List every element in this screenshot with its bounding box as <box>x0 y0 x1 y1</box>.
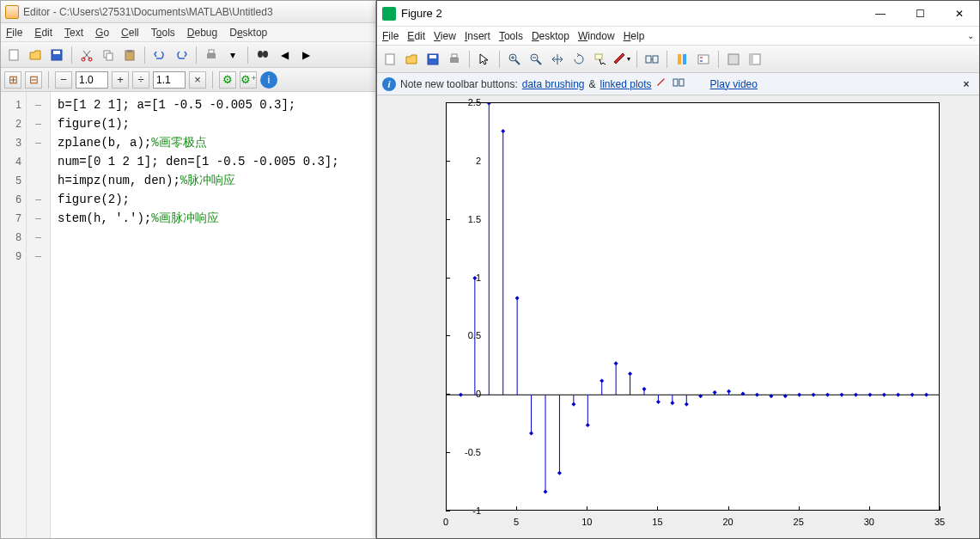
svg-rect-8 <box>127 50 132 52</box>
menu-chevron-icon[interactable]: ⌄ <box>967 31 974 40</box>
save-button[interactable] <box>47 46 66 64</box>
cell-indent-minus-button[interactable]: ⊟ <box>25 71 42 89</box>
datacursor-button[interactable] <box>591 50 610 69</box>
minus-button[interactable]: − <box>55 71 72 89</box>
hide-tools-button[interactable] <box>724 50 743 69</box>
colorbar-button[interactable] <box>673 50 691 69</box>
svg-line-19 <box>515 60 520 64</box>
play-video-link[interactable]: Play video <box>710 78 758 90</box>
stem-chart <box>447 103 939 510</box>
svg-point-11 <box>258 51 263 58</box>
figure-menubar: File Edit View Insert Tools Desktop Wind… <box>377 27 979 46</box>
cut-button[interactable] <box>77 46 96 64</box>
menu-go[interactable]: Go <box>95 27 109 39</box>
fig-new-button[interactable] <box>380 50 399 69</box>
maximize-button[interactable]: ☐ <box>900 1 940 27</box>
fig-open-button[interactable] <box>402 50 421 69</box>
svg-rect-10 <box>209 50 214 53</box>
editor-titlebar: Editor - C:\Users\27531\Documents\MATLAB… <box>1 1 375 23</box>
linked-plots-link[interactable]: linked plots <box>600 78 652 90</box>
svg-rect-36 <box>750 54 753 64</box>
svg-rect-29 <box>678 54 681 64</box>
figure-title: Figure 2 <box>401 7 861 20</box>
show-tools-button[interactable] <box>746 50 764 69</box>
data-brushing-link[interactable]: data brushing <box>522 78 585 90</box>
fig-menu-window[interactable]: Window <box>578 30 615 42</box>
pointer-button[interactable] <box>475 50 494 69</box>
plus-button[interactable]: + <box>112 71 129 89</box>
menu-tools[interactable]: Tools <box>151 27 175 39</box>
print-button[interactable] <box>202 46 221 64</box>
axes[interactable] <box>446 102 940 511</box>
svg-rect-15 <box>429 55 436 58</box>
close-button[interactable]: ✕ <box>940 1 979 27</box>
zoom-in-button[interactable] <box>505 50 524 69</box>
minimize-button[interactable]: — <box>861 1 900 27</box>
print-preview-button[interactable]: ▾ <box>223 46 242 64</box>
rotate-button[interactable] <box>569 50 588 69</box>
menu-file[interactable]: File <box>6 27 22 39</box>
ytick-label: 0 <box>476 389 481 399</box>
svg-rect-16 <box>450 58 459 63</box>
breakpoint-gutter[interactable]: ––– –––– <box>27 92 51 538</box>
figure-toolbar: ▾ <box>377 46 979 73</box>
menu-debug[interactable]: Debug <box>187 27 217 39</box>
code-area[interactable]: 123456789 ––– –––– b=[1 2 1]; a=[1 -0.5 … <box>1 92 375 538</box>
zoom-out-button[interactable] <box>527 50 545 69</box>
fig-menu-edit[interactable]: Edit <box>407 30 425 42</box>
zoom-input-1[interactable] <box>76 71 108 89</box>
ytick-label: -0.5 <box>465 447 481 457</box>
divide-button[interactable]: ÷ <box>132 71 149 89</box>
svg-rect-17 <box>452 54 457 58</box>
times-button[interactable]: × <box>189 71 206 89</box>
notebar-close-button[interactable]: × <box>959 78 974 90</box>
code-editor[interactable]: b=[1 2 1]; a=[1 -0.5 -0.005 0.3];figure(… <box>51 92 375 538</box>
undo-button[interactable] <box>150 46 169 64</box>
fig-menu-file[interactable]: File <box>382 30 399 42</box>
find-button[interactable] <box>253 46 272 64</box>
pan-button[interactable] <box>548 50 567 69</box>
fig-menu-view[interactable]: View <box>434 30 456 42</box>
svg-rect-2 <box>53 51 60 54</box>
svg-rect-34 <box>728 54 739 64</box>
fig-menu-desktop[interactable]: Desktop <box>532 30 569 42</box>
ytick-label: 1.5 <box>468 214 481 224</box>
editor-title: Editor - C:\Users\27531\Documents\MATLAB… <box>23 6 273 18</box>
menu-text[interactable]: Text <box>64 27 83 39</box>
xtick-label: 0 <box>443 517 448 527</box>
info-button[interactable]: i <box>260 71 277 89</box>
run-advance-button[interactable]: ⚙⁺ <box>240 71 257 89</box>
fig-print-button[interactable] <box>445 50 464 69</box>
svg-line-23 <box>537 60 541 64</box>
forward-button[interactable]: ▶ <box>296 46 315 64</box>
cell-indent-plus-button[interactable]: ⊞ <box>4 71 21 89</box>
figure-titlebar[interactable]: Figure 2 — ☐ ✕ <box>377 1 979 27</box>
figure-window: Figure 2 — ☐ ✕ File Edit View Insert Too… <box>376 0 980 539</box>
run-section-button[interactable]: ⚙ <box>219 71 236 89</box>
redo-button[interactable] <box>172 46 191 64</box>
zoom-input-2[interactable] <box>153 71 186 89</box>
brush-button[interactable]: ▾ <box>612 50 631 69</box>
copy-button[interactable] <box>99 46 118 64</box>
fig-save-button[interactable] <box>423 50 442 69</box>
menu-cell[interactable]: Cell <box>121 27 139 39</box>
fig-menu-help[interactable]: Help <box>624 30 645 42</box>
xtick-label: 35 <box>934 517 945 527</box>
legend-button[interactable] <box>694 50 713 69</box>
note-bar: i Note new toolbar buttons: data brushin… <box>377 73 979 95</box>
menu-desktop[interactable]: Desktop <box>229 27 267 39</box>
paste-button[interactable] <box>120 46 139 64</box>
xtick-label: 20 <box>722 517 733 527</box>
fig-menu-tools[interactable]: Tools <box>499 30 523 42</box>
xtick-label: 15 <box>652 517 662 527</box>
plot-area[interactable]: -1-0.500.511.522.5 05101520253035 <box>377 95 979 538</box>
fig-menu-insert[interactable]: Insert <box>465 30 490 42</box>
back-button[interactable]: ◀ <box>275 46 294 64</box>
new-file-button[interactable] <box>4 46 23 64</box>
open-file-button[interactable] <box>26 46 45 64</box>
link-small-icon <box>673 77 685 91</box>
menu-edit[interactable]: Edit <box>34 27 52 39</box>
matlab-icon <box>382 7 396 21</box>
link-button[interactable] <box>642 50 661 69</box>
xtick-label: 10 <box>581 517 592 527</box>
